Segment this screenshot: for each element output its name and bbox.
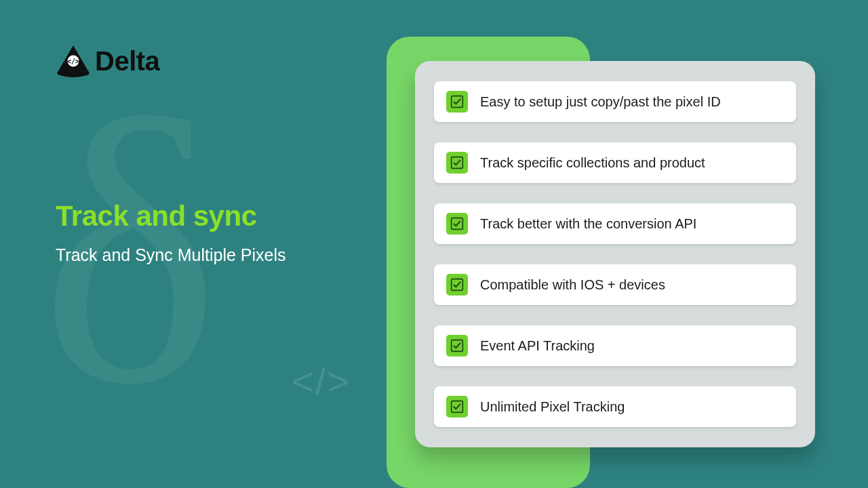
feature-item: Track better with the conversion API <box>434 203 796 244</box>
feature-text: Track better with the conversion API <box>480 216 696 232</box>
check-icon <box>446 213 468 235</box>
feature-card: Easy to setup just copy/past the pixel I… <box>415 61 815 447</box>
feature-item: Compatible with IOS + devices <box>434 264 796 305</box>
logo-triangle-icon: </> <box>56 43 91 79</box>
hero-headline: Track and sync <box>56 200 257 232</box>
feature-text: Event API Tracking <box>480 338 595 354</box>
brand-logo: </> Delta <box>56 43 159 79</box>
check-icon <box>446 396 468 418</box>
check-icon <box>446 91 468 113</box>
svg-text:</>: </> <box>67 58 79 65</box>
hero-subtitle: Track and Sync Multiple Pixels <box>56 245 285 265</box>
background-code-glyph: </> <box>292 359 351 403</box>
feature-item: Track specific collections and product <box>434 142 796 183</box>
feature-text: Track specific collections and product <box>480 155 705 171</box>
feature-text: Unlimited Pixel Tracking <box>480 399 625 415</box>
check-icon <box>446 335 468 357</box>
feature-text: Easy to setup just copy/past the pixel I… <box>480 94 721 110</box>
feature-item: Easy to setup just copy/past the pixel I… <box>434 81 796 122</box>
check-icon <box>446 274 468 296</box>
feature-item: Unlimited Pixel Tracking <box>434 386 796 427</box>
feature-item: Event API Tracking <box>434 325 796 366</box>
check-icon <box>446 152 468 174</box>
brand-name: Delta <box>95 46 159 77</box>
feature-text: Compatible with IOS + devices <box>480 277 665 293</box>
